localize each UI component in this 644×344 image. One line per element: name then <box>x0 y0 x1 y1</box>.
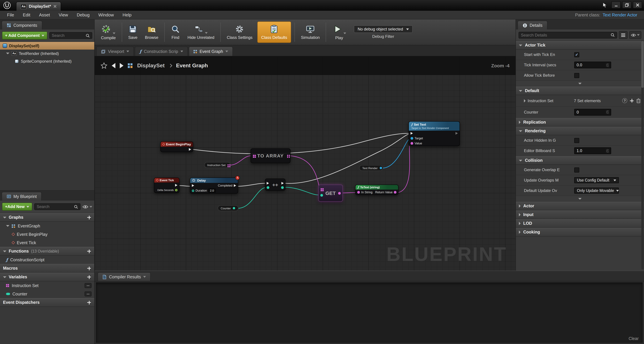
menu-help[interactable]: Help <box>118 11 136 18</box>
add-new-button[interactable]: +Add New <box>2 203 32 211</box>
section-rendering[interactable]: Rendering <box>516 127 644 135</box>
parent-class-link[interactable]: Text Render Actor <box>602 12 637 17</box>
section-actor[interactable]: Actor <box>516 202 644 210</box>
node-increment[interactable]: ++ <box>265 178 286 190</box>
collapse-arrow-icon[interactable] <box>3 276 6 278</box>
value-out-pin[interactable] <box>281 186 284 189</box>
find-button[interactable]: Find <box>167 20 184 44</box>
details-search-input[interactable] <box>521 33 609 37</box>
expand-arrow-icon[interactable] <box>6 53 10 54</box>
array-output-pin[interactable] <box>287 155 288 156</box>
expand-arrow-icon[interactable] <box>519 204 520 208</box>
components-search[interactable] <box>49 32 92 39</box>
graph-row-eventgraph[interactable]: EventGraph <box>0 222 94 230</box>
back-button[interactable] <box>112 63 116 68</box>
tab-close-icon[interactable] <box>53 5 57 8</box>
forward-button[interactable] <box>120 63 124 68</box>
add-dispatcher-button[interactable] <box>87 300 91 305</box>
node-to-array[interactable]: TO ARRAY <box>250 148 290 163</box>
expand-arrow-icon[interactable] <box>519 222 520 225</box>
collapse-arrow-icon[interactable] <box>6 225 10 227</box>
section-macros[interactable]: Macros <box>0 264 94 273</box>
play-button[interactable]: Play <box>328 20 350 44</box>
slider-grip-icon[interactable] <box>606 63 609 67</box>
node-to-text[interactable]: ToText (string) In String Return Value <box>355 184 398 195</box>
clear-button[interactable]: Clear <box>628 336 639 341</box>
expand-arrow-icon[interactable] <box>519 213 520 216</box>
object-output-pin[interactable] <box>380 167 382 169</box>
component-row-self[interactable]: DisplaySet(self) <box>0 42 94 50</box>
array-input-pin[interactable] <box>321 188 322 189</box>
add-macro-button[interactable] <box>87 266 91 270</box>
menu-view[interactable]: View <box>54 11 72 18</box>
minimize-button[interactable] <box>612 1 620 8</box>
wire-totext-to-settext-value[interactable] <box>398 145 410 193</box>
duration-value-field[interactable]: 2.0 <box>208 188 216 193</box>
favorite-star-icon[interactable] <box>100 62 107 69</box>
chevron-down-icon[interactable] <box>113 32 116 34</box>
add-function-button[interactable] <box>87 249 91 253</box>
collapse-arrow-icon[interactable] <box>519 90 522 92</box>
restore-button[interactable] <box>622 1 631 8</box>
tab-construction-script[interactable]: Construction Scrip <box>135 47 188 56</box>
duration-pin[interactable] <box>192 189 194 192</box>
wire-toarray-to-get[interactable] <box>290 156 319 187</box>
add-component-button[interactable]: + Add Component <box>2 31 47 39</box>
collapse-arrow-icon[interactable] <box>3 216 6 218</box>
variable-row-instruction-set[interactable]: Instruction Set <box>0 281 94 290</box>
node-get-counter[interactable]: Counter <box>218 205 238 211</box>
exec-out-pin[interactable] <box>456 132 458 135</box>
int-output-pin[interactable] <box>233 207 235 209</box>
browse-button[interactable]: Browse <box>141 20 162 44</box>
graph-row-event-beginplay[interactable]: Event BeginPlay <box>0 230 94 238</box>
components-search-input[interactable] <box>52 33 84 38</box>
exec-in-pin[interactable] <box>410 132 413 135</box>
debug-object-dropdown[interactable]: No debug object selected <box>354 25 412 33</box>
wire-instructionset-to-toarray[interactable] <box>230 156 251 165</box>
save-button[interactable]: Save <box>124 20 141 44</box>
compiler-results-output[interactable] <box>96 282 643 343</box>
element-output-pin[interactable] <box>338 192 341 195</box>
exec-in-pin[interactable] <box>267 182 269 184</box>
update-overlaps-dropdown[interactable]: Use Config Default <box>574 177 619 183</box>
exec-in-pin[interactable] <box>192 184 194 187</box>
section-replication[interactable]: Replication <box>516 118 644 127</box>
function-row-constructionscript[interactable]: ConstructionScript <box>0 256 94 264</box>
collapse-arrow-icon[interactable] <box>519 160 522 161</box>
section-lod[interactable]: LOD <box>516 219 644 228</box>
slider-grip-icon[interactable] <box>606 110 609 114</box>
billboard-scale-field[interactable]: 1.0 <box>574 147 611 154</box>
menu-edit[interactable]: Edit <box>18 11 35 18</box>
component-row-sprite[interactable]: SpriteComponent (Inherited) <box>0 57 94 65</box>
expand-arrow-icon[interactable] <box>524 99 526 102</box>
set-input-pin[interactable] <box>253 155 254 156</box>
start-with-tick-checkbox[interactable] <box>574 52 579 57</box>
event-graph-canvas[interactable]: DisplaySet Event Graph Zoom -4 BLUEPRINT… <box>94 56 516 271</box>
add-variable-button[interactable] <box>87 275 91 279</box>
wire-increment-to-settext[interactable] <box>285 134 409 183</box>
section-event-dispatchers[interactable]: Event Dispatchers <box>0 298 94 307</box>
simulation-button[interactable]: Simulation <box>297 20 323 44</box>
slider-grip-icon[interactable] <box>606 149 609 153</box>
expand-arrow-icon[interactable] <box>519 230 520 234</box>
wire-delay-to-increment[interactable] <box>238 183 266 186</box>
chevron-down-icon[interactable] <box>344 32 346 34</box>
collapse-arrow-icon[interactable] <box>519 44 522 46</box>
component-row-textrender[interactable]: Aa TextRender (Inherited) <box>0 50 94 57</box>
tab-event-graph[interactable]: Event Graph <box>189 47 233 56</box>
section-input[interactable]: Input <box>516 210 644 219</box>
value-in-pin[interactable] <box>267 186 269 189</box>
node-event-beginplay[interactable]: Event BeginPlay <box>160 141 193 152</box>
variable-visibility-toggle[interactable] <box>84 291 92 296</box>
node-get-text-render[interactable]: Text Render <box>359 165 383 171</box>
details-scrollbar[interactable] <box>641 40 644 269</box>
menu-asset[interactable]: Asset <box>35 11 54 18</box>
close-button[interactable] <box>633 1 642 8</box>
node-set-text[interactable]: Set Text Target is Text Render Component… <box>408 121 460 146</box>
completed-exec-pin[interactable] <box>234 184 236 187</box>
node-get-instruction-set[interactable]: Instruction Set <box>204 162 230 168</box>
tab-my-blueprint[interactable]: My Blueprint <box>2 192 42 201</box>
section-cooking[interactable]: Cooking <box>516 228 644 236</box>
tick-interval-field[interactable]: 0.0 <box>574 62 611 68</box>
actor-hidden-checkbox[interactable] <box>574 138 579 143</box>
